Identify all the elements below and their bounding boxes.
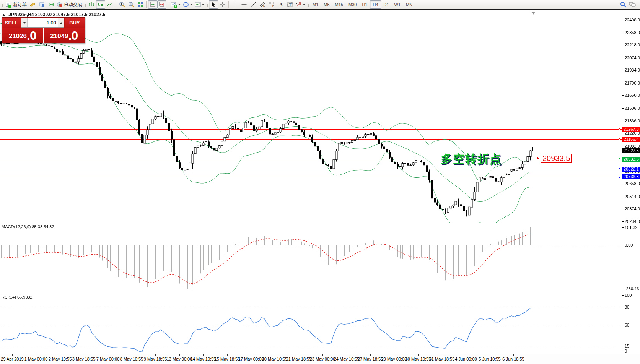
- timeframe-d1-button[interactable]: D1: [381, 0, 392, 9]
- timeframe-m30-button[interactable]: M30: [346, 0, 359, 9]
- price-axis-tick: [622, 184, 624, 184]
- signals-button[interactable]: [46, 0, 55, 9]
- price-axis-label: 20658.0: [625, 181, 640, 186]
- zoom-in-icon: [119, 2, 125, 8]
- price-axis-label: 22358.0: [625, 30, 640, 35]
- cursor-button[interactable]: [209, 0, 218, 9]
- volume-decrease-button[interactable]: [21, 18, 28, 27]
- macd-panel-canvas[interactable]: [0, 224, 622, 293]
- sell-button[interactable]: SELL: [2, 18, 21, 28]
- time-axis-tick: [155, 354, 156, 356]
- svg-text:T: T: [289, 3, 292, 7]
- indicators-icon: [171, 2, 177, 8]
- price-axis-tick: [622, 20, 624, 20]
- candlestick-chart-button[interactable]: [96, 0, 105, 9]
- volume-spinner: [21, 18, 64, 28]
- crosshair-icon: [220, 2, 226, 8]
- price-cross-marker: [530, 147, 534, 151]
- rsi-panel-canvas[interactable]: [0, 294, 622, 354]
- zoom-in-button[interactable]: [117, 0, 127, 9]
- trendline-button[interactable]: [249, 0, 258, 9]
- equidistant-channel-button[interactable]: E: [258, 0, 267, 9]
- current-price-tag: 21027.5: [622, 148, 640, 153]
- time-axis[interactable]: 29 Apr 20191 May 00:002 May 10:553 May 1…: [0, 354, 640, 364]
- chart-shift-button[interactable]: [157, 0, 166, 9]
- zoom-out-button[interactable]: [127, 0, 136, 9]
- timeframe-m1-button[interactable]: M1: [310, 0, 321, 9]
- rsi-axis-tick: [622, 307, 624, 307]
- toolbar-drag-handle[interactable]: [207, 1, 208, 8]
- panel-splitter[interactable]: [0, 223, 640, 224]
- toolbar-drag-handle[interactable]: [2, 1, 3, 8]
- text-button[interactable]: A: [276, 0, 285, 9]
- turning-point-annotation[interactable]: 多空转折点: [441, 151, 502, 167]
- periods-button[interactable]: [182, 0, 194, 9]
- price-axis-label: 22498.0: [625, 18, 640, 22]
- arrows-button[interactable]: [295, 0, 306, 9]
- level-price-tag: 20933.5: [622, 157, 640, 162]
- timeframe-mn-button[interactable]: MN: [403, 0, 415, 9]
- time-axis-label: 27 May 18:55: [358, 357, 383, 361]
- time-axis-tick: [347, 354, 347, 356]
- community-icon: [39, 2, 45, 8]
- price-axis-tick: [622, 83, 624, 83]
- vertical-line-button[interactable]: [230, 0, 239, 9]
- one-click-toggle-icon[interactable]: [2, 14, 5, 16]
- tile-windows-button[interactable]: [136, 0, 145, 9]
- buy-button[interactable]: BUY: [65, 18, 85, 28]
- time-axis-label: 20 May 10:55: [262, 357, 288, 361]
- timeframe-h1-button[interactable]: H1: [359, 0, 370, 9]
- price-chart-canvas[interactable]: [0, 11, 622, 223]
- time-axis-tick: [299, 354, 299, 356]
- toolbar-drag-handle[interactable]: [308, 1, 309, 8]
- sell-price-display[interactable]: 21026 .0: [2, 28, 43, 43]
- annotation-anchor[interactable]: [537, 157, 539, 159]
- buy-price-display[interactable]: 21049 .0: [43, 28, 85, 43]
- timeframe-m5-button[interactable]: M5: [321, 0, 332, 9]
- new-order-icon: [5, 2, 12, 8]
- line-chart-button[interactable]: [105, 0, 114, 9]
- rsi-axis-tick: [622, 295, 624, 296]
- svg-text:A: A: [279, 2, 283, 8]
- volume-increase-button[interactable]: [58, 18, 64, 27]
- gold-tool-icon: [29, 2, 36, 8]
- dropdown-caret-icon[interactable]: [303, 4, 305, 5]
- toolbar-drag-handle[interactable]: [85, 1, 86, 8]
- auto-trading-button[interactable]: 自动交易: [55, 0, 83, 9]
- ohlc-open: 21030.0: [35, 12, 52, 17]
- dropdown-caret-icon[interactable]: [178, 4, 181, 5]
- text-label-button[interactable]: T: [285, 0, 295, 9]
- ohlc-close: 21027.5: [89, 12, 105, 17]
- templates-button[interactable]: [194, 0, 205, 9]
- sell-price-main: 21026: [9, 31, 27, 42]
- price-axis-label: 22074.0: [625, 55, 640, 60]
- tile-windows-icon: [137, 2, 143, 8]
- time-axis-label: 21 May 18:55: [286, 357, 312, 361]
- rsi-value: 66.9832: [17, 295, 33, 299]
- boxed-price-annotation[interactable]: 20933.5: [541, 154, 572, 163]
- fibonacci-button[interactable]: F: [267, 0, 276, 9]
- chart-shift-marker-icon[interactable]: [531, 12, 535, 15]
- timeframe-w1-button[interactable]: W1: [392, 0, 404, 9]
- new-order-button[interactable]: 新订单: [4, 0, 28, 9]
- panel-splitter[interactable]: [0, 293, 640, 294]
- svg-text:E: E: [263, 5, 265, 7]
- timeframe-m15-button[interactable]: M15: [332, 0, 346, 9]
- search-button[interactable]: [619, 0, 628, 9]
- chat-button[interactable]: [628, 0, 637, 9]
- bar-chart-button[interactable]: [87, 0, 96, 9]
- volume-input[interactable]: [28, 18, 58, 27]
- auto-scroll-button[interactable]: [148, 0, 157, 9]
- time-axis-label: 14 May 10:55: [191, 357, 216, 361]
- community-button[interactable]: [37, 0, 46, 9]
- gold-tool-button[interactable]: [28, 0, 37, 9]
- rsi-axis-tick: [622, 351, 624, 351]
- time-axis-tick: [322, 354, 323, 356]
- dropdown-caret-icon[interactable]: [190, 4, 192, 5]
- timeframe-h4-button[interactable]: H4: [370, 0, 381, 9]
- dropdown-caret-icon[interactable]: [202, 4, 204, 5]
- channel-icon: E: [259, 2, 265, 8]
- indicators-button[interactable]: [169, 0, 182, 9]
- crosshair-button[interactable]: [218, 0, 227, 9]
- horizontal-line-button[interactable]: [239, 0, 249, 9]
